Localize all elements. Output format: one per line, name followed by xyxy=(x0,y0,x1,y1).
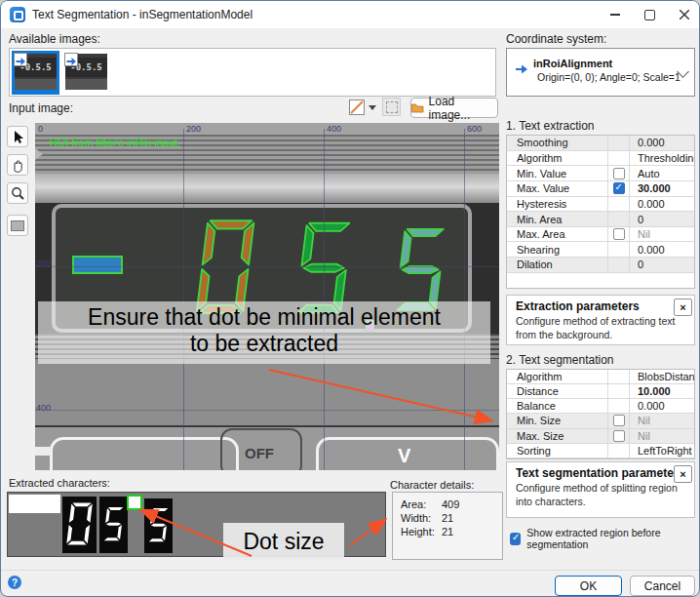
char-tile-dot-highlighted[interactable] xyxy=(127,495,142,510)
fit-view-icon xyxy=(386,101,398,113)
close-button[interactable] xyxy=(672,5,697,24)
param-row[interactable]: Balance0.000 xyxy=(507,399,694,414)
segmentation-params-box: Text segmentation parameters × Configure… xyxy=(506,461,695,518)
ruler-top xyxy=(35,123,499,135)
magnifier-icon xyxy=(10,185,25,201)
alignment-name: inRoiAlignment xyxy=(533,58,612,69)
extraction-table: Smoothing0.000 AlgorithmThresholding Min… xyxy=(506,135,695,289)
app-icon xyxy=(10,7,25,22)
ok-button[interactable]: OK xyxy=(555,576,622,596)
annotation-line2: to be extracted xyxy=(38,331,490,357)
param-row[interactable]: Max. SizeNil xyxy=(507,429,694,444)
ruler-tick: 400 xyxy=(327,124,341,134)
detail-value: 409 xyxy=(442,498,459,511)
coordinate-system-dropdown[interactable]: inRoiAlignment Origin=(0, 0); Angle=0; S… xyxy=(506,48,695,97)
checkbox-checked[interactable] xyxy=(613,182,625,194)
close-box-button[interactable]: × xyxy=(674,465,692,483)
roi-note: ROI from filter's inRoi input. xyxy=(50,137,180,148)
param-row[interactable]: Min. Area0 xyxy=(507,212,694,227)
dial-arc-left xyxy=(50,437,239,470)
char-tile-5b[interactable] xyxy=(144,498,173,553)
region-display-button[interactable] xyxy=(7,215,28,236)
param-row[interactable]: Hysteresis0.000 xyxy=(507,197,694,213)
checkbox-unchecked[interactable] xyxy=(613,430,625,442)
image-arrow-icon xyxy=(14,53,27,66)
ruler-tick: 400 xyxy=(36,403,51,413)
ruler-tick: 0 xyxy=(38,124,43,134)
color-dropdown-arrow[interactable] xyxy=(369,105,376,110)
available-images-list: -0.5.5 -0.5.5 xyxy=(9,48,496,97)
detail-value: 21 xyxy=(442,525,453,538)
ruler-marker-icon xyxy=(35,148,43,160)
checkbox-unchecked[interactable] xyxy=(613,168,625,179)
detail-key: Width: xyxy=(401,511,442,525)
minimize-icon xyxy=(610,14,620,15)
segmentation-box-desc: Configure method of splitting region int… xyxy=(516,482,689,508)
dot-size-annotation: Dot size xyxy=(223,523,344,560)
segment-minus xyxy=(72,256,123,274)
cursor-icon xyxy=(10,129,25,144)
extracted-characters-label: Extracted characters: xyxy=(9,477,110,489)
extraction-params-box: Extraction parameters × Configure method… xyxy=(506,295,695,345)
load-image-button[interactable]: Load image... xyxy=(410,98,498,118)
ruler-tick: 600 xyxy=(467,124,482,134)
close-box-button[interactable]: × xyxy=(674,298,692,316)
param-row[interactable]: Max. AreaNil xyxy=(507,227,694,243)
show-region-option[interactable]: Show extracted region before segmentatio… xyxy=(510,527,699,550)
region-color-button[interactable] xyxy=(349,100,365,115)
char-tile-0[interactable] xyxy=(62,497,97,553)
param-row[interactable]: SortingLeftToRight xyxy=(507,444,694,458)
ruler-tick: 200 xyxy=(36,259,51,268)
extraction-header: 1. Text extraction xyxy=(506,119,595,133)
cancel-button[interactable]: Cancel xyxy=(630,576,695,596)
checkbox-unchecked[interactable] xyxy=(613,228,625,240)
image-viewport[interactable]: OFF V 0 200 400 600 200 400 ROI from fil… xyxy=(35,123,499,470)
char-tile-5a[interactable] xyxy=(99,497,128,553)
show-region-label: Show extracted region before segmentatio… xyxy=(526,527,699,550)
maximize-button[interactable] xyxy=(637,5,662,24)
segmentation-box-title: Text segmentation parameters xyxy=(516,466,684,480)
character-details-label: Character details: xyxy=(390,479,474,491)
checkbox-checked[interactable] xyxy=(510,533,521,545)
extraction-box-title: Extraction parameters xyxy=(516,299,640,313)
checkbox-unchecked[interactable] xyxy=(613,415,625,426)
zoom-tool-button[interactable] xyxy=(7,182,28,204)
char-tile-minus[interactable] xyxy=(9,495,60,513)
dialog-window: Text Segmentation - inSegmentationModel … xyxy=(0,0,700,597)
detail-key: Height: xyxy=(401,525,442,538)
maximize-icon xyxy=(644,10,655,20)
character-details-box: Area:409 Width:21 Height:21 xyxy=(392,492,503,560)
thumbnail-selected[interactable]: -0.5.5 xyxy=(12,51,59,95)
param-row[interactable]: Smoothing0.000 xyxy=(507,136,694,151)
folder-icon xyxy=(411,102,424,113)
dial-v-label: V xyxy=(398,445,410,467)
param-row[interactable]: Distance10.000 xyxy=(507,384,694,399)
alignment-details: Origin=(0, 0); Angle=0; Scale=1 xyxy=(537,71,681,83)
pan-tool-button[interactable] xyxy=(7,154,28,176)
select-tool-button[interactable] xyxy=(7,126,28,147)
thumbnail[interactable]: -0.5.5 xyxy=(62,51,110,95)
param-row[interactable]: AlgorithmThresholding xyxy=(507,151,694,167)
footer-divider xyxy=(1,570,700,571)
title-bar[interactable]: Text Segmentation - inSegmentationModel xyxy=(1,1,699,28)
help-button[interactable]: ? xyxy=(8,576,21,589)
param-row[interactable]: Max. Value30.000 xyxy=(507,181,694,197)
segmentation-table: AlgorithmBlobsDistance Distance10.000 Ba… xyxy=(506,369,695,459)
close-icon xyxy=(680,10,689,20)
image-arrow-icon xyxy=(64,53,78,66)
param-row[interactable]: Dilation0 xyxy=(507,258,694,273)
param-row[interactable]: AlgorithmBlobsDistance xyxy=(507,370,694,384)
param-row[interactable]: Min. ValueAuto xyxy=(507,166,694,181)
dial-off-label: OFF xyxy=(235,445,284,461)
ruler-tick: 200 xyxy=(186,124,201,134)
param-row[interactable]: Shearing0.000 xyxy=(507,242,694,258)
param-row[interactable]: Min. SizeNil xyxy=(507,414,694,428)
detail-value: 21 xyxy=(442,511,453,525)
segmentation-header: 2. Text segmentation xyxy=(506,353,614,367)
coordinate-system-label: Coordinate system: xyxy=(506,32,606,46)
annotation-line1: Ensure that dot be minimal element xyxy=(38,304,490,331)
region-swatch-icon xyxy=(11,220,24,231)
available-images-label: Available images: xyxy=(9,32,100,46)
minimize-button[interactable] xyxy=(603,5,628,24)
hand-icon xyxy=(10,157,25,173)
